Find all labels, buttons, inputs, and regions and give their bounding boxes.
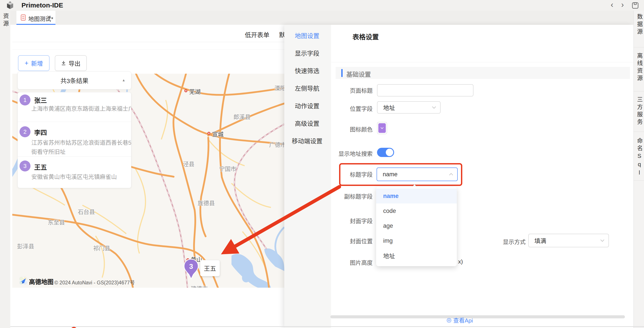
view-api-link[interactable]: ◎ 查看Api — [446, 316, 473, 324]
dropdown-option-age[interactable]: age — [376, 218, 457, 233]
city-dot — [207, 132, 210, 135]
section-band — [336, 67, 630, 79]
toggle-knob — [386, 149, 393, 156]
download-icon — [61, 60, 66, 66]
map-label-county: 旌德县 — [198, 199, 215, 207]
field-label-address-search: 显示地址搜索 — [320, 149, 373, 158]
map-attribution-copyright: © 2024 AutoNavi - GS(2023)4677号 — [54, 278, 135, 286]
dropdown-option-address[interactable]: 地址 — [376, 248, 457, 263]
map-label-county: 宁国市 — [219, 164, 236, 172]
display-mode-select[interactable]: 填满 — [528, 234, 609, 247]
item-address: 安徽省黄山市屯溪区屯光镇麻雀山 — [31, 172, 117, 180]
right-rail-item-offline[interactable]: 离线资源 — [636, 52, 643, 82]
rail-divider — [634, 132, 644, 132]
location-field-select[interactable]: 地址 — [377, 101, 440, 114]
settings-nav-filter[interactable]: 快速筛选 — [295, 66, 319, 75]
settings-nav-fields[interactable]: 显示字段 — [295, 49, 319, 58]
map-pin-marker[interactable]: 3 — [184, 258, 198, 280]
save-icon[interactable] — [632, 2, 639, 9]
map-label-city: 芜湖 — [189, 87, 200, 95]
left-rail: 资源 — [0, 11, 10, 328]
city-dot — [184, 89, 188, 92]
right-rail-item-thirdparty[interactable]: 三方服务 — [636, 96, 643, 126]
rail-divider — [634, 180, 644, 181]
results-summary-header[interactable]: 共3条结果 ▲ — [18, 72, 131, 90]
list-item[interactable]: 2 李四 江苏省苏州市姑苏区沧浪街道西善长巷5号司前 街看守所旧址 — [18, 122, 131, 156]
item-name: 李四 — [34, 128, 47, 137]
export-button[interactable]: 导出 — [55, 55, 87, 71]
app-logo-icon — [6, 1, 14, 10]
map-label-county: 广德市 — [269, 140, 284, 148]
item-address: 上海市黄浦区南京东路街道上海来福士广场 — [31, 104, 131, 112]
rail-divider — [634, 91, 644, 92]
section-accent-bar — [341, 69, 342, 77]
add-button[interactable]: + 新增 — [18, 55, 50, 71]
app-title: Primeton-IDE — [22, 2, 63, 9]
dropdown-option-code[interactable]: code — [376, 204, 457, 218]
title-field-value: name — [383, 171, 398, 178]
settings-nav-leftnav[interactable]: 左侧导航 — [295, 84, 319, 92]
item-name: 王五 — [34, 162, 47, 172]
list-item[interactable]: 3 王五 安徽省黄山市屯溪区屯光镇麻雀山 — [18, 156, 131, 188]
export-button-label: 导出 — [68, 59, 80, 68]
map-label-county: 泾县 — [183, 160, 194, 168]
history-back-button[interactable]: ‹ — [611, 0, 613, 10]
map-label-county: 溧阳 — [274, 84, 284, 92]
settings-divider — [331, 62, 634, 62]
address-search-toggle[interactable] — [377, 148, 394, 157]
dropdown-option-img[interactable]: img — [376, 233, 457, 248]
settings-nav-advanced[interactable]: 高级设置 — [295, 119, 319, 128]
list-item[interactable]: 1 张三 上海市黄浦区南京东路街道上海来福士广场 — [18, 92, 131, 122]
map-label-county: 祁门县 — [93, 244, 110, 252]
field-label-cover-position: 封面位置 — [320, 237, 373, 245]
map-label-city: 宣城 — [212, 130, 224, 138]
right-rail-item-namedsql[interactable]: 命名Sql — [636, 138, 643, 178]
chevron-down-icon — [380, 127, 384, 129]
left-rail-item-resources[interactable]: 资源 — [2, 13, 9, 28]
tab-close-icon[interactable]: ✕ — [47, 14, 51, 20]
map-pin-number: 3 — [189, 262, 193, 270]
app-window: Primeton-IDE ‹ › 资源 地图测试* ✕ 低开表单 默 + 新增 — [0, 0, 644, 328]
tab-bar — [10, 11, 634, 25]
tab-map-test[interactable]: 地图测试* ✕ — [16, 11, 56, 25]
map-pin-label[interactable]: 王五 — [200, 260, 220, 276]
map-label-county: 郎溪县 — [234, 112, 250, 120]
view-api-label: 查看Api — [453, 316, 473, 324]
settings-nav-map[interactable]: 地图设置 — [295, 31, 319, 40]
field-label-cover-field: 封面字段 — [320, 216, 373, 225]
page-tab-lowcode-form[interactable]: 低开表单 — [245, 30, 270, 39]
document-icon — [20, 14, 26, 21]
item-address-line1: 江苏省苏州市姑苏区沧浪街道西善长巷5号司前 — [31, 138, 131, 146]
chevron-down-icon — [432, 106, 436, 109]
map-label-county: 彭泽县 — [17, 242, 34, 250]
map-label-county: 石台县 — [78, 208, 95, 216]
item-name: 张三 — [34, 95, 47, 104]
collapse-caret-icon[interactable]: ▲ — [122, 78, 126, 82]
right-rail: 数据源 离线资源 三方服务 命名Sql — [634, 11, 644, 328]
settings-nav-mobile[interactable]: 移动端设置 — [292, 136, 322, 145]
field-label-display-mode: 显示方式 — [503, 238, 526, 246]
page-title-input[interactable] — [377, 84, 474, 96]
item-number-badge: 1 — [20, 94, 30, 106]
plus-icon: + — [24, 60, 28, 67]
location-field-value: 地址 — [383, 103, 395, 112]
settings-panel-title: 表格设置 — [352, 32, 379, 41]
icon-color-picker[interactable] — [377, 122, 387, 134]
field-label-location: 位置字段 — [320, 104, 373, 112]
right-rail-item-datasource[interactable]: 数据源 — [636, 14, 643, 36]
chevron-up-icon — [449, 173, 453, 176]
dropdown-option-name[interactable]: name — [376, 188, 457, 204]
settings-nav-actions[interactable]: 动作设置 — [295, 101, 319, 110]
results-list: 1 张三 上海市黄浦区南京东路街道上海来福士广场 2 李四 江苏省苏州市姑苏区沧… — [18, 92, 131, 188]
results-summary-text: 共3条结果 — [60, 76, 88, 85]
section-title: 基础设置 — [346, 70, 371, 78]
field-label-subtitle: 副标题字段 — [320, 192, 373, 200]
horizontal-scrollbar-thumb[interactable] — [330, 315, 625, 318]
card-top-border — [12, 49, 284, 50]
history-forward-button[interactable]: › — [621, 0, 624, 10]
map-attribution-brand: 高德地图 — [29, 277, 54, 286]
display-mode-value: 填满 — [534, 236, 546, 245]
top-bar: Primeton-IDE ‹ › — [0, 0, 644, 11]
chevron-down-icon — [600, 239, 604, 242]
title-field-select[interactable]: name — [376, 168, 458, 181]
